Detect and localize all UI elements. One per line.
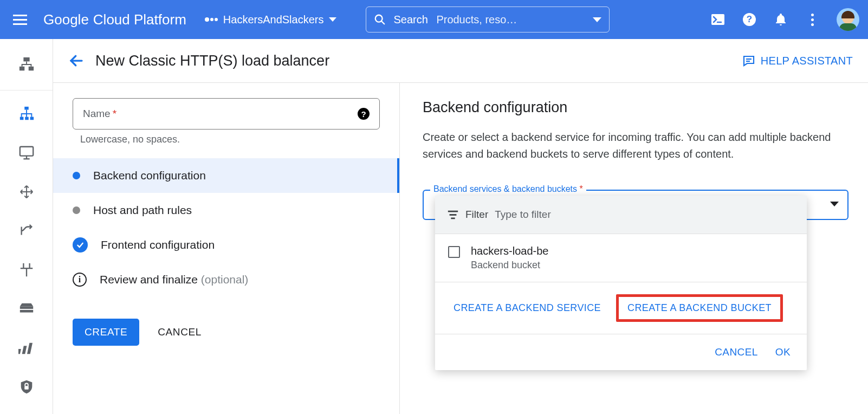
svg-text:?: ? <box>747 14 752 24</box>
create-row: CREATE A BACKEND SERVICE CREATE A BACKEN… <box>435 282 807 334</box>
chevron-down-icon <box>830 202 839 206</box>
filter-placeholder: Type to filter <box>495 209 551 221</box>
wizard-pane: Name* ? Lowercase, no spaces. Backend co… <box>53 83 400 414</box>
rail-load-balancing-icon[interactable] <box>0 98 53 130</box>
rail-monitor-icon[interactable] <box>0 137 53 169</box>
svg-rect-29 <box>448 211 458 212</box>
brand-cloud-platform: Cloud Platform <box>93 11 186 28</box>
rail-move-icon[interactable] <box>0 176 53 208</box>
step-check-icon <box>73 237 88 253</box>
cloud-shell-icon[interactable] <box>711 12 725 27</box>
menu-icon[interactable] <box>13 12 28 27</box>
detail-description: Create or select a backend service for i… <box>423 129 848 163</box>
name-label: Name <box>83 108 111 120</box>
step-label: Review and finalize (optional) <box>100 273 248 286</box>
svg-rect-31 <box>451 218 455 219</box>
brand[interactable]: Google Cloud Platform <box>43 11 186 28</box>
notifications-icon[interactable] <box>774 12 788 27</box>
svg-rect-11 <box>25 117 29 120</box>
backend-select[interactable]: Backend services & backend buckets * Fil… <box>423 190 848 220</box>
svg-rect-13 <box>20 147 33 156</box>
highlight-box: CREATE A BACKEND BUCKET <box>616 294 783 322</box>
field-help-icon[interactable]: ? <box>358 108 370 120</box>
create-backend-service-button[interactable]: CREATE A BACKEND SERVICE <box>446 294 608 322</box>
checkbox[interactable] <box>448 246 460 258</box>
search-box[interactable]: Search Products, reso… <box>366 7 610 33</box>
wizard-actions: CREATE CANCEL <box>73 319 380 346</box>
svg-rect-12 <box>30 117 34 120</box>
chat-icon <box>742 54 755 67</box>
rail-nat-icon[interactable] <box>0 215 53 247</box>
svg-rect-21 <box>20 310 33 313</box>
avatar[interactable] <box>837 8 859 31</box>
rail-security-icon[interactable] <box>0 371 53 403</box>
popover-actions: CANCEL OK <box>435 334 807 370</box>
svg-rect-25 <box>24 386 29 390</box>
svg-rect-10 <box>20 117 23 120</box>
svg-rect-23 <box>22 346 27 354</box>
step-bullet-icon <box>73 206 80 214</box>
svg-rect-22 <box>18 349 21 354</box>
backend-select-label: Backend services & backend buckets * <box>430 184 586 194</box>
step-review-finalize[interactable]: i Review and finalize (optional) <box>53 262 399 297</box>
filter-label: Filter <box>465 209 488 221</box>
filter-bar[interactable]: Filter Type to filter <box>435 196 807 234</box>
svg-rect-6 <box>23 57 29 62</box>
step-frontend-configuration[interactable]: Frontend configuration <box>53 228 399 262</box>
header-actions: ? <box>711 8 859 31</box>
side-rail <box>0 39 53 414</box>
wizard-steps: Backend configuration Host and path rule… <box>53 158 399 297</box>
create-backend-bucket-button[interactable]: CREATE A BACKEND BUCKET <box>624 300 775 316</box>
required-mark: * <box>113 108 116 120</box>
help-icon[interactable]: ? <box>742 12 756 27</box>
rail-analytics-icon[interactable] <box>0 332 53 364</box>
step-label: Backend configuration <box>93 169 206 182</box>
page-title: New Classic HTTP(S) load balancer <box>95 53 329 69</box>
create-button[interactable]: CREATE <box>73 319 139 346</box>
filter-icon <box>447 209 459 220</box>
search-placeholder: Products, reso… <box>436 14 517 25</box>
backend-option[interactable]: hackers-load-be Backend bucket <box>435 234 807 282</box>
svg-line-1 <box>382 21 385 24</box>
help-assistant-label: HELP ASSISTANT <box>761 55 853 67</box>
more-icon[interactable] <box>805 12 819 27</box>
step-label: Frontend configuration <box>101 238 215 251</box>
project-name: HackersAndSlackers <box>223 14 324 26</box>
content: Name* ? Lowercase, no spaces. Backend co… <box>53 82 868 414</box>
svg-rect-9 <box>24 107 29 110</box>
svg-rect-2 <box>711 14 724 25</box>
back-arrow-icon[interactable] <box>68 53 85 69</box>
rail-electric-icon[interactable] <box>0 254 53 286</box>
backend-select-popover: Filter Type to filter hackers-load-be Ba… <box>435 196 807 370</box>
name-hint: Lowercase, no spaces. <box>80 134 380 145</box>
page-header: New Classic HTTP(S) load balancer HELP A… <box>53 39 868 82</box>
svg-rect-24 <box>27 343 32 354</box>
rail-network-services-icon[interactable] <box>0 47 53 82</box>
option-type: Backend bucket <box>471 260 548 271</box>
search-icon <box>374 14 386 25</box>
step-info-icon: i <box>73 273 87 287</box>
detail-title: Backend configuration <box>423 99 848 116</box>
step-label: Host and path rules <box>93 204 192 217</box>
cancel-button[interactable]: CANCEL <box>158 326 202 338</box>
svg-rect-30 <box>450 214 457 216</box>
step-host-path-rules[interactable]: Host and path rules <box>53 193 399 228</box>
project-icon <box>205 17 218 22</box>
project-picker[interactable]: HackersAndSlackers <box>197 14 345 26</box>
chevron-down-icon <box>593 17 601 22</box>
svg-rect-7 <box>19 67 24 71</box>
help-assistant-button[interactable]: HELP ASSISTANT <box>742 54 853 67</box>
brand-google: Google <box>43 11 89 28</box>
detail-pane: Backend configuration Create or select a… <box>400 83 868 414</box>
search-label: Search <box>393 14 427 25</box>
name-input[interactable]: Name* ? <box>73 98 380 130</box>
rail-storage-icon[interactable] <box>0 293 53 325</box>
popover-ok-button[interactable]: OK <box>775 346 791 358</box>
step-bullet-icon <box>73 172 80 179</box>
popover-cancel-button[interactable]: CANCEL <box>715 346 757 358</box>
step-backend-configuration[interactable]: Backend configuration <box>53 158 399 193</box>
svg-rect-8 <box>28 67 33 71</box>
chevron-down-icon <box>329 17 336 22</box>
option-name: hackers-load-be <box>471 245 548 257</box>
svg-rect-20 <box>20 306 33 309</box>
